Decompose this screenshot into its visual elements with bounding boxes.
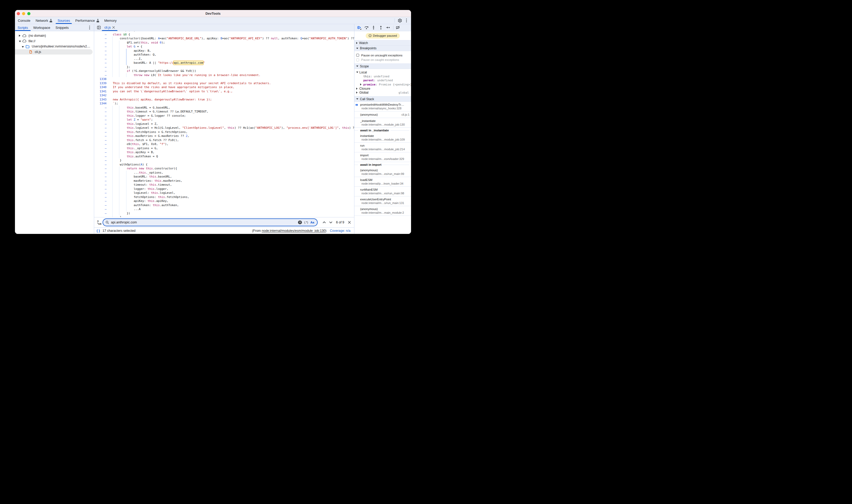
- line-gutter[interactable]: –: [94, 166, 107, 171]
- main-tab-performance[interactable]: Performance: [73, 17, 102, 24]
- minimize-window-button[interactable]: [22, 12, 25, 15]
- call-stack-frame[interactable]: (anonymous)node:internal/m…main_module:2: [354, 206, 411, 216]
- step-into-icon[interactable]: [371, 25, 376, 30]
- navigator-tab-workspace[interactable]: Workspace: [31, 24, 53, 31]
- line-gutter[interactable]: –: [94, 158, 107, 163]
- match-case-toggle[interactable]: Aa: [310, 221, 314, 224]
- line-gutter[interactable]: –: [94, 118, 107, 122]
- scope-collapse-icon[interactable]: [356, 66, 358, 67]
- line-gutter[interactable]: 1339: [94, 81, 107, 86]
- search-input[interactable]: api.anthropic.com (.*) Aa: [103, 218, 318, 226]
- line-gutter[interactable]: –: [94, 195, 107, 199]
- line-gutter[interactable]: 1343: [94, 97, 107, 102]
- call-stack-frame[interactable]: loadESMnode:internal/p…/esm_loader:34: [354, 177, 411, 187]
- source-mapped-link[interactable]: node:internal/modules/esm/module_job:130: [262, 229, 325, 233]
- scope-row-parent[interactable]: parent: undefined: [354, 78, 411, 83]
- close-tab-icon[interactable]: [112, 26, 115, 29]
- line-gutter[interactable]: 1338: [94, 77, 107, 81]
- line-gutter[interactable]: –: [94, 175, 107, 179]
- line-gutter[interactable]: –: [94, 191, 107, 195]
- tree-item-users-jinhuilee-nvm-versions-node-v2-[interactable]: Users/jinhuilee/.nvm/versions/node/v2…: [15, 44, 94, 49]
- call-stack-frame[interactable]: (anonymous)node:internal/m…es/run_main:9…: [354, 167, 411, 177]
- line-gutter[interactable]: –: [94, 114, 107, 118]
- line-gutter[interactable]: 1341: [94, 89, 107, 94]
- tree-item-file-[interactable]: file://: [15, 39, 94, 44]
- scope-row-promise[interactable]: promise: Promise {<pending>}: [354, 83, 411, 87]
- settings-gear-icon[interactable]: [398, 18, 402, 23]
- call-stack-collapse-icon[interactable]: [356, 98, 358, 100]
- line-gutter[interactable]: –: [94, 130, 107, 134]
- call-stack-frame[interactable]: importnode:internal/m…esm/loader:329: [354, 152, 411, 162]
- scope-row-Local[interactable]: Local: [354, 70, 411, 74]
- breakpoints-collapse-icon[interactable]: [356, 48, 358, 49]
- checkbox-unchecked[interactable]: [356, 58, 359, 61]
- navigator-tab-snippets[interactable]: Snippets: [53, 24, 72, 31]
- tree-item-cli-js[interactable]: cli.js: [15, 49, 93, 55]
- call-stack-frame[interactable]: runnode:internal/m…module_job:214: [354, 143, 411, 152]
- step-icon[interactable]: [386, 25, 390, 30]
- regex-toggle[interactable]: (.*): [304, 221, 308, 224]
- main-tab-console[interactable]: Console: [15, 17, 33, 24]
- line-gutter[interactable]: –: [94, 183, 107, 187]
- call-stack-frame[interactable]: (anonymous)cli.js:1: [354, 111, 411, 118]
- line-gutter[interactable]: –: [94, 187, 107, 191]
- section-breakpoints[interactable]: Breakpoints: [354, 46, 411, 51]
- navigator-more-icon[interactable]: [88, 25, 91, 30]
- line-gutter[interactable]: –: [94, 49, 107, 53]
- hide-navigator-icon[interactable]: [97, 26, 101, 29]
- line-gutter[interactable]: –: [94, 122, 107, 126]
- call-stack-frame[interactable]: promiseInitHookWithDestroyTr…node:intern…: [354, 102, 411, 111]
- call-stack-frame[interactable]: runMainESMnode:internal/m…es/run_main:98: [354, 187, 411, 196]
- scope-row-this[interactable]: this: undefined: [354, 74, 411, 79]
- tree-item--no-domain-[interactable]: (no domain): [15, 33, 94, 39]
- line-gutter[interactable]: –: [94, 110, 107, 114]
- checkbox-unchecked[interactable]: [356, 54, 359, 57]
- section-call-stack[interactable]: Call Stack: [354, 96, 411, 102]
- step-over-icon[interactable]: [365, 25, 369, 30]
- main-tab-sources[interactable]: Sources: [55, 17, 73, 24]
- window-titlebar[interactable]: DevTools: [15, 10, 411, 17]
- scope-expanded-icon[interactable]: [356, 72, 358, 73]
- call-stack-frame[interactable]: _instantiatenode:internal/m…module_job:1…: [354, 118, 411, 128]
- line-gutter[interactable]: –: [94, 215, 107, 217]
- zoom-window-button[interactable]: [27, 12, 31, 15]
- replace-toggle-icon[interactable]: A B: [96, 219, 103, 225]
- line-gutter[interactable]: –: [94, 138, 107, 142]
- code-editor[interactable]: –var Xs0, $F1;–class $8 {– constructor({…: [94, 31, 354, 217]
- scope-row-Global[interactable]: Globalglobal: [354, 91, 411, 95]
- property-expand-icon[interactable]: [360, 84, 361, 86]
- step-out-icon[interactable]: [379, 25, 383, 30]
- line-gutter[interactable]: –: [94, 44, 107, 49]
- main-tab-network[interactable]: Network: [33, 17, 55, 24]
- line-gutter[interactable]: –: [94, 179, 107, 183]
- line-gutter[interactable]: –: [94, 146, 107, 150]
- resume-script-icon[interactable]: [357, 25, 361, 30]
- line-gutter[interactable]: 1344: [94, 102, 107, 106]
- close-search-icon[interactable]: [347, 220, 352, 225]
- line-gutter[interactable]: –: [94, 73, 107, 77]
- line-gutter[interactable]: –: [94, 199, 107, 203]
- line-gutter[interactable]: –: [94, 61, 107, 65]
- line-gutter[interactable]: –: [94, 41, 107, 45]
- navigator-tab-scripts[interactable]: Scripts: [15, 24, 31, 31]
- scope-collapsed-icon[interactable]: [356, 91, 357, 94]
- line-gutter[interactable]: –: [94, 36, 107, 41]
- previous-match-icon[interactable]: [322, 220, 326, 225]
- pretty-print-icon[interactable]: { }: [96, 229, 100, 233]
- tree-collapsed-icon[interactable]: [19, 35, 20, 37]
- more-options-icon[interactable]: [405, 18, 408, 23]
- line-gutter[interactable]: –: [94, 203, 107, 208]
- line-gutter[interactable]: 1340: [94, 85, 107, 89]
- close-window-button[interactable]: [17, 12, 20, 15]
- line-gutter[interactable]: –: [94, 57, 107, 61]
- line-gutter[interactable]: –: [94, 171, 107, 175]
- scope-collapsed-icon[interactable]: [356, 88, 357, 90]
- line-gutter[interactable]: –: [94, 69, 107, 73]
- tree-expanded-icon[interactable]: [19, 41, 21, 42]
- line-gutter[interactable]: –: [94, 142, 107, 146]
- line-gutter[interactable]: –: [94, 150, 107, 155]
- editor-tab-clijs[interactable]: cli.js: [102, 24, 118, 31]
- call-stack-frame[interactable]: instantiatenode:internal/m…module_job:10…: [354, 133, 411, 143]
- line-gutter[interactable]: –: [94, 106, 107, 110]
- next-match-icon[interactable]: [329, 220, 333, 225]
